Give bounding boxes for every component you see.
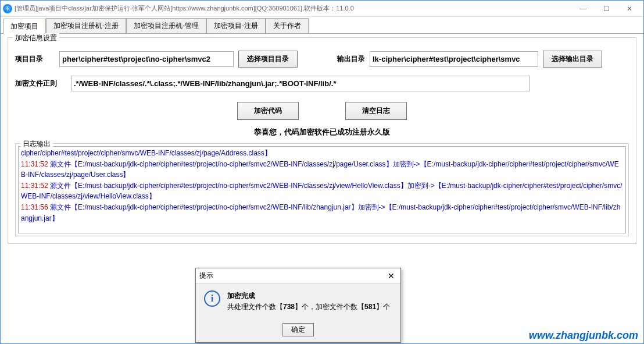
- dialog-heading: 加密完成: [227, 290, 390, 302]
- tab-project-register[interactable]: 加密项目-注册: [206, 18, 266, 33]
- log-output[interactable]: cipher/cipher#test/project/cipher/smvc/W…: [18, 146, 626, 233]
- dialog-title-text: 提示: [199, 271, 213, 281]
- maximize-button[interactable]: ☐: [595, 2, 618, 16]
- choose-output-button[interactable]: 选择输出目录: [543, 51, 602, 68]
- dialog-ok-button[interactable]: 确定: [282, 323, 314, 336]
- project-dir-label: 项目目录: [15, 54, 55, 64]
- row-dirs: 项目目录 选择项目目录 输出目录 选择输出目录: [15, 51, 629, 68]
- settings-fieldset: 加密信息设置 项目目录 选择项目目录 输出目录 选择输出目录 加密文件正则 加密…: [8, 37, 636, 244]
- dialog-message: 共处理文件个数【738】个，加密文件个数【581】个: [227, 302, 390, 313]
- tab-keygen-manage[interactable]: 加密项目注册机-管理: [126, 18, 206, 33]
- choose-project-button[interactable]: 选择项目目录: [238, 51, 298, 68]
- dialog-titlebar: 提示 ✕: [196, 268, 400, 283]
- tab-bar: 加密项目 加密项目注册机-注册 加密项目注册机-管理 加密项目-注册 关于作者: [1, 18, 643, 34]
- watermark: www.zhangjunbk.com: [529, 329, 638, 342]
- dialog-footer: 确定: [196, 320, 400, 342]
- regex-label: 加密文件正则: [15, 79, 66, 88]
- close-button[interactable]: ✕: [618, 2, 641, 16]
- clear-log-button[interactable]: 清空日志: [345, 102, 407, 120]
- settings-legend: 加密信息设置: [13, 33, 59, 43]
- app-icon: 依: [3, 4, 12, 13]
- log-legend: 日志输出: [20, 139, 53, 149]
- info-icon: i: [204, 290, 220, 307]
- project-dir-input[interactable]: [59, 51, 234, 67]
- log-line: cipher/cipher#test/project/cipher/smvc/W…: [21, 148, 623, 159]
- encrypt-button[interactable]: 加密代码: [237, 102, 299, 120]
- tab-about[interactable]: 关于作者: [266, 18, 309, 33]
- dialog-body: i 加密完成 共处理文件个数【738】个，加密文件个数【581】个: [196, 283, 400, 320]
- log-line: 11:31:56 源文件【E:/must-backup/jdk-cipher/c…: [21, 202, 623, 224]
- dialog-close-button[interactable]: ✕: [385, 271, 397, 281]
- dialog-text: 加密完成 共处理文件个数【738】个，加密文件个数【581】个: [227, 290, 390, 313]
- log-fieldset: 日志输出 cipher/cipher#test/project/cipher/s…: [15, 143, 629, 236]
- log-line: 11:31:52 源文件【E:/must-backup/jdk-cipher/c…: [21, 180, 623, 202]
- row-regex: 加密文件正则: [15, 76, 629, 91]
- tab-encrypt-project[interactable]: 加密项目: [3, 19, 46, 34]
- tab-content: 加密信息设置 项目目录 选择项目目录 输出目录 选择输出目录 加密文件正则 加密…: [1, 34, 643, 247]
- regex-input[interactable]: [71, 76, 530, 91]
- action-buttons: 加密代码 清空日志: [15, 102, 629, 120]
- minimize-button[interactable]: —: [571, 2, 595, 16]
- congrats-text: 恭喜您，代码加密软件已成功注册永久版: [15, 127, 629, 137]
- tab-keygen-register[interactable]: 加密项目注册机-注册: [46, 18, 126, 33]
- window-controls: — ☐ ✕: [571, 2, 641, 16]
- window-title: [管理员]java项目中class/jar加密保护运行-张军个人网站[https…: [15, 4, 571, 13]
- log-line: 11:31:52 源文件【E:/must-backup/jdk-cipher/c…: [21, 159, 623, 180]
- titlebar: 依 [管理员]java项目中class/jar加密保护运行-张军个人网站[htt…: [1, 1, 643, 17]
- output-dir-label: 输出目录: [330, 54, 365, 64]
- output-dir-input[interactable]: [370, 51, 538, 67]
- info-dialog: 提示 ✕ i 加密完成 共处理文件个数【738】个，加密文件个数【581】个 确…: [195, 268, 401, 343]
